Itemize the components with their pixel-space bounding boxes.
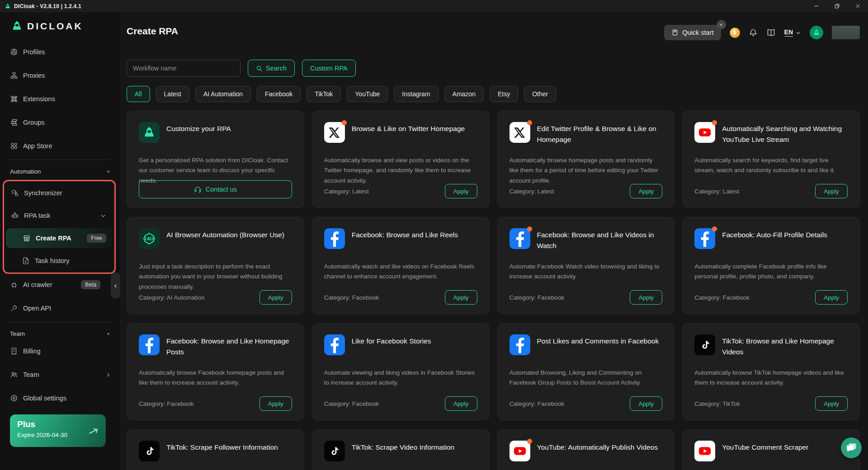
svg-text:AI: AI [147,236,152,241]
sidebar-item-profiles[interactable]: Profiles [0,42,118,62]
page-title: Create RPA [127,22,178,37]
apply-button[interactable]: Apply [815,396,848,411]
tiktok-icon [324,441,345,461]
rpa-card: Customize your RPAGet a personalized RPA… [127,111,304,208]
quick-start-label: Quick start [682,29,713,36]
apply-button[interactable]: Apply [630,184,662,198]
apply-button[interactable]: Apply [815,290,848,305]
filter-tab-etsy[interactable]: Etsy [490,86,518,102]
rpa-card: AIAI Browser Automation (Browser Use)Jus… [127,217,304,314]
filter-tab-facebook[interactable]: Facebook [257,86,301,102]
chat-widget-button[interactable] [841,437,862,458]
new-badge-dot [527,439,532,444]
coin-rewards-icon[interactable]: $ [730,28,740,38]
app-store-icon [10,142,18,150]
apply-button[interactable]: Apply [630,290,662,305]
card-category: Category: Facebook [509,400,565,407]
apply-button[interactable]: Apply [630,396,662,411]
card-description: Just input a task description to perform… [139,262,292,292]
plan-card[interactable]: Plus Expire 2026-04-30 [10,414,106,447]
upgrade-arrow-icon [89,428,99,436]
team-section-header[interactable]: Team ▾ [0,326,118,341]
rpa-card: Facebook: Browse and Like ReelsAutomatic… [312,217,490,314]
card-title: TikTok: Scrape Video Information [352,441,454,453]
card-category: Category: TikTok [694,400,740,407]
sidebar-item-create-rpa[interactable]: Create RPA Free [6,228,113,248]
apply-button[interactable]: Apply [445,290,477,305]
sidebar-item-team[interactable]: Team › [0,365,118,385]
workflow-name-input[interactable] [127,60,241,77]
docs-book-icon[interactable] [766,28,776,38]
custom-rpa-label: Custom RPA [310,65,348,72]
sidebar-item-app-store[interactable]: App Store [0,136,118,156]
new-badge-dot [712,120,717,125]
filter-tab-youtube[interactable]: YouTube [347,86,388,102]
contact-us-button[interactable]: Contact us [139,180,292,198]
minimize-button[interactable] [806,0,826,12]
sidebar-nav: Profiles Proxies Extensions Groups App S… [0,42,118,408]
sidebar-item-task-history[interactable]: Task history [5,251,113,271]
card-description: Automatically browse and view posts or v… [324,155,477,186]
filter-tab-tiktok[interactable]: TikTok [307,86,341,102]
quick-start-close-button[interactable] [717,20,726,29]
language-selector[interactable]: EN [784,28,801,37]
sidebar-item-label: Billing [23,348,41,355]
sidebar-item-billing[interactable]: Billing [0,341,118,361]
chevron-down-icon [795,30,801,36]
card-title: Facebook: Auto-Fill Profile Details [722,228,827,240]
app-logo-icon [5,3,11,9]
sidebar-item-extensions[interactable]: Extensions [0,89,118,109]
tutorial-highlight-box: Synchronizer RPA task Create RPA Free Ta… [3,180,116,274]
card-grid: Customize your RPAGet a personalized RPA… [127,111,860,470]
bug-icon [10,281,18,289]
plug-icon [10,304,18,312]
custom-rpa-button[interactable]: Custom RPA [302,60,356,77]
x-icon [509,122,530,143]
settings-icon [10,394,18,402]
rpa-card: Facebook: Browse and Like Videos in Watc… [497,217,675,314]
filter-tab-amazon[interactable]: Amazon [444,86,484,102]
apply-button[interactable]: Apply [445,184,477,198]
sidebar-item-proxies[interactable]: Proxies [0,66,118,85]
sidebar-item-rpa-task[interactable]: RPA task [5,206,113,226]
sidebar-item-open-api[interactable]: Open API [0,298,118,318]
filter-tab-instagram[interactable]: Instagram [394,86,438,102]
main-content: Create RPA Quick start $ [119,12,868,470]
synchronizer-icon [11,189,19,197]
caret-down-icon: ▾ [107,331,109,336]
sidebar-item-synchronizer[interactable]: Synchronizer [5,183,113,203]
filter-tab-ai-automation[interactable]: AI Automation [195,86,251,102]
apply-button[interactable]: Apply [445,396,477,411]
youtube-icon [694,441,715,461]
sidebar-item-ai-crawler[interactable]: AI crawler Beta [0,275,118,295]
search-button[interactable]: Search [248,60,295,77]
avatar[interactable] [810,26,823,39]
apply-button[interactable]: Apply [259,290,292,305]
filter-tab-all[interactable]: All [127,86,150,102]
facebook-icon [509,228,530,249]
quick-start-button[interactable]: Quick start [664,25,721,40]
card-title: Facebook: Browse and Like Reels [352,228,458,240]
facebook-icon [509,334,530,355]
minimize-icon [813,3,819,9]
rpa-card: Like for Facebook StoriesAutomate viewin… [312,323,490,420]
filter-tab-other[interactable]: Other [524,86,556,102]
restore-button[interactable] [826,0,847,12]
card-description: Automatically browse TikTok homepage vid… [694,368,848,388]
sidebar-item-global-settings[interactable]: Global settings [0,388,118,408]
chat-bubble-icon [845,442,857,454]
apply-button[interactable]: Apply [815,184,848,198]
notifications-bell-icon[interactable] [749,28,758,37]
sidebar: DICLOAK Profiles Proxies Extensions Grou… [0,12,119,470]
storefront-icon [23,234,31,242]
sidebar-item-groups[interactable]: Groups [0,113,118,132]
sidebar-collapse-handle[interactable]: ‹ [111,273,120,299]
automation-section-header[interactable]: Automation ▾ [0,164,118,179]
filter-tab-latest[interactable]: Latest [156,86,189,102]
close-button[interactable] [847,0,868,12]
card-title: Customize your RPA [166,122,231,134]
chevron-right-icon: › [107,371,109,379]
apply-button[interactable]: Apply [259,396,292,411]
card-title: Like for Facebook Stories [352,334,431,347]
profiles-icon [10,48,18,56]
